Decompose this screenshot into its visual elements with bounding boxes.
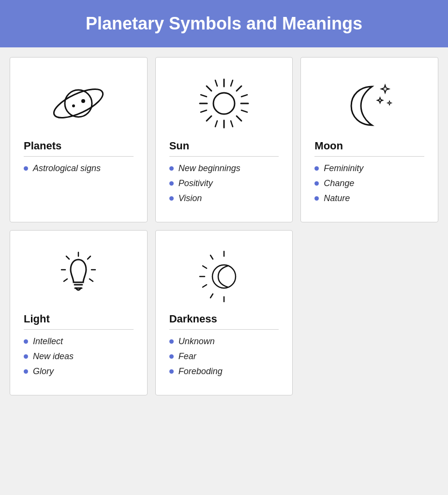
planets-icon [24,72,134,135]
planets-divider [24,156,134,157]
card-sun: Sun New beginnings Positivity Vision [155,57,293,222]
list-item: New ideas [24,351,134,362]
darkness-list: Unknown Fear Foreboding [169,336,279,381]
moon-title: Moon [314,140,424,152]
light-list: Intellect New ideas Glory [24,336,134,381]
svg-line-10 [237,116,241,121]
list-item: Vision [169,193,279,204]
svg-line-14 [231,80,233,86]
list-item: Positivity [169,178,279,189]
svg-line-15 [215,121,217,127]
light-icon [24,245,134,308]
svg-point-2 [81,99,85,103]
moon-icon [314,72,424,135]
svg-point-4 [213,93,235,114]
svg-point-3 [72,104,75,107]
svg-line-18 [201,110,207,112]
svg-line-11 [237,86,241,91]
moon-divider [314,156,424,157]
darkness-divider [169,329,279,330]
cards-grid: Planets Astrological signs [0,47,448,405]
header: Planetary Symbols and Meanings [0,0,448,47]
list-item: Unknown [169,336,279,347]
svg-line-17 [201,95,207,97]
list-item: Glory [24,366,134,377]
svg-line-12 [207,116,211,121]
svg-point-37 [212,265,236,288]
sun-title: Sun [169,140,279,152]
list-item: New beginnings [169,163,279,174]
darkness-title: Darkness [169,313,279,325]
darkness-icon [169,245,279,308]
planets-list: Astrological signs [24,163,134,178]
planets-title: Planets [24,140,134,152]
list-item: Fear [169,351,279,362]
svg-line-20 [241,110,247,112]
list-item: Astrological signs [24,163,134,174]
sun-icon [169,72,279,135]
list-item: Nature [314,193,424,204]
card-darkness: Darkness Unknown Fear Foreboding [155,230,293,395]
svg-line-25 [88,256,90,259]
svg-line-13 [215,80,217,86]
sun-divider [169,156,279,157]
svg-line-32 [203,266,207,268]
page-title: Planetary Symbols and Meanings [10,14,438,34]
svg-line-9 [207,86,211,91]
list-item: Femininity [314,163,424,174]
list-item: Intellect [24,336,134,347]
svg-line-34 [210,255,213,259]
list-item: Foreboding [169,366,279,377]
svg-line-28 [64,279,67,281]
card-light: Light Intellect New ideas Glory [10,230,148,395]
moon-list: Femininity Change Nature [314,163,424,208]
light-title: Light [24,313,134,325]
svg-line-35 [210,294,213,298]
svg-line-29 [90,279,93,281]
svg-line-16 [231,121,233,127]
svg-point-0 [65,90,92,117]
svg-line-33 [203,285,207,287]
light-divider [24,329,134,330]
list-item: Change [314,178,424,189]
card-planets: Planets Astrological signs [10,57,148,222]
card-moon: Moon Femininity Change Nature [300,57,438,222]
svg-line-19 [241,95,247,97]
sun-list: New beginnings Positivity Vision [169,163,279,208]
svg-line-24 [66,256,69,259]
